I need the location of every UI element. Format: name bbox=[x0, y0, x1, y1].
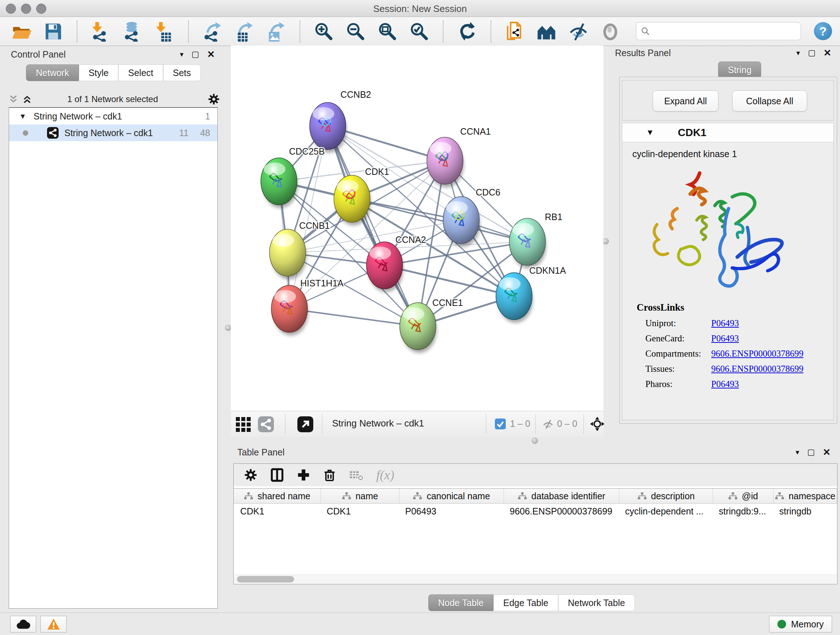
tab-style[interactable]: Style bbox=[79, 65, 118, 81]
column-header-shared-name[interactable]: shared name bbox=[234, 489, 321, 503]
column-header-description[interactable]: description bbox=[619, 489, 713, 503]
collapse-triangle-icon[interactable]: ▼ bbox=[19, 112, 27, 120]
refresh-view-button[interactable] bbox=[456, 21, 477, 42]
network-node[interactable] bbox=[509, 218, 546, 269]
close-panel-icon[interactable]: ✕ bbox=[823, 448, 831, 457]
import-network-database-button[interactable] bbox=[122, 21, 143, 42]
zoom-in-button[interactable] bbox=[313, 21, 334, 42]
grid-view-icon[interactable] bbox=[235, 416, 253, 433]
table-horizontal-scrollbar[interactable] bbox=[234, 575, 837, 584]
zoom-out-button[interactable] bbox=[345, 21, 366, 42]
expand-all-icon[interactable] bbox=[22, 94, 33, 104]
network-view-type-icon[interactable] bbox=[258, 416, 274, 432]
float-panel-icon[interactable]: ▢ bbox=[808, 49, 815, 57]
import-table-file-button[interactable] bbox=[154, 21, 175, 42]
export-table-button[interactable] bbox=[234, 21, 255, 42]
tab-edge-table[interactable]: Edge Table bbox=[493, 594, 558, 611]
network-node[interactable] bbox=[334, 175, 371, 226]
float-panel-icon[interactable]: ▢ bbox=[191, 50, 199, 58]
node-result-header[interactable]: ▼ CDK1 bbox=[622, 123, 834, 142]
column-header-database-identifier[interactable]: database identifier bbox=[504, 489, 619, 503]
tab-network[interactable]: Network bbox=[26, 65, 79, 81]
float-panel-icon[interactable]: ▢ bbox=[807, 448, 815, 456]
search-input[interactable] bbox=[654, 26, 796, 36]
panel-menu-icon[interactable]: ▾ bbox=[796, 49, 800, 57]
table-cell[interactable]: cyclin-dependent ... bbox=[619, 504, 713, 519]
network-node[interactable] bbox=[366, 242, 403, 292]
crosslink-link[interactable]: P06493 bbox=[711, 379, 739, 389]
network-node[interactable] bbox=[443, 196, 480, 247]
network-node[interactable] bbox=[309, 103, 347, 153]
network-node[interactable] bbox=[261, 158, 298, 208]
network-edge[interactable] bbox=[328, 126, 418, 326]
table-cell[interactable]: stringdb:9... bbox=[713, 504, 774, 519]
add-column-icon[interactable] bbox=[297, 468, 310, 482]
warnings-button[interactable] bbox=[41, 616, 66, 632]
memory-button[interactable]: Memory bbox=[769, 616, 832, 632]
network-canvas[interactable]: CCNB2CCNA1CDC25BCDK1CDC6RB1CCNB1CCNA2CDK… bbox=[231, 46, 603, 411]
network-node[interactable] bbox=[271, 285, 308, 336]
zoom-selected-button[interactable] bbox=[409, 21, 430, 42]
tab-node-table[interactable]: Node Table bbox=[428, 594, 493, 611]
horizontal-splitter-handle[interactable] bbox=[532, 438, 538, 444]
column-header-canonical-name[interactable]: canonical name bbox=[399, 489, 504, 503]
save-session-button[interactable] bbox=[43, 21, 64, 42]
fit-selected-crosshair-icon[interactable] bbox=[590, 416, 605, 432]
left-splitter-handle[interactable] bbox=[225, 325, 231, 331]
table-cell[interactable]: CDK1 bbox=[234, 504, 321, 519]
column-header-name[interactable]: name bbox=[321, 489, 399, 503]
hide-selected-button[interactable] bbox=[568, 21, 589, 42]
tab-network-table[interactable]: Network Table bbox=[558, 594, 635, 611]
network-edge[interactable] bbox=[385, 265, 514, 296]
gear-icon[interactable] bbox=[208, 93, 220, 105]
table-cell[interactable]: CDK1 bbox=[321, 504, 399, 519]
table-cell[interactable]: P06493 bbox=[399, 504, 504, 519]
tab-string[interactable]: String bbox=[718, 62, 761, 78]
column-header-namespace[interactable]: namespace bbox=[774, 489, 837, 503]
network-collection-row[interactable]: ▼ String Network – cdk1 1 bbox=[9, 108, 218, 125]
first-neighbors-button[interactable] bbox=[536, 21, 557, 42]
collapse-triangle-icon[interactable]: ▼ bbox=[646, 128, 654, 137]
table-settings-gear-icon[interactable] bbox=[244, 468, 257, 482]
crosslink-link[interactable]: 9606.ENSP00000378699 bbox=[711, 364, 804, 374]
cloud-status-button[interactable] bbox=[10, 616, 36, 632]
detach-view-icon[interactable] bbox=[297, 416, 313, 432]
scrollbar-thumb[interactable] bbox=[237, 576, 294, 583]
collapse-all-button[interactable]: Collapse All bbox=[732, 90, 807, 111]
tab-select[interactable]: Select bbox=[118, 65, 163, 81]
export-image-button[interactable] bbox=[265, 21, 286, 42]
network-node[interactable] bbox=[496, 272, 533, 323]
network-node[interactable] bbox=[400, 302, 437, 353]
import-network-file-button[interactable] bbox=[90, 21, 111, 42]
zoom-fit-button[interactable] bbox=[377, 21, 398, 42]
collapse-all-icon[interactable] bbox=[8, 94, 19, 104]
help-button[interactable]: ? bbox=[814, 22, 832, 40]
table-row[interactable]: CDK1CDK1P064939606.ENSP00000378699cyclin… bbox=[234, 504, 837, 519]
column-header-label: description bbox=[651, 491, 695, 501]
table-cell[interactable]: 9606.ENSP00000378699 bbox=[504, 504, 619, 519]
open-session-button[interactable] bbox=[11, 21, 32, 42]
show-columns-icon[interactable] bbox=[270, 468, 284, 482]
network-edge[interactable] bbox=[289, 309, 418, 326]
crosslink-link[interactable]: P06493 bbox=[711, 333, 739, 344]
search-box[interactable] bbox=[636, 22, 801, 40]
new-network-from-selection-button[interactable] bbox=[504, 21, 525, 42]
network-node[interactable] bbox=[427, 137, 464, 187]
close-panel-icon[interactable]: ✕ bbox=[207, 50, 215, 59]
show-all-button[interactable] bbox=[600, 21, 621, 42]
panel-menu-icon[interactable]: ▾ bbox=[796, 448, 799, 456]
network-item-row[interactable]: String Network – cdk1 11 48 bbox=[9, 125, 218, 141]
column-tree-icon bbox=[244, 492, 253, 500]
network-node[interactable] bbox=[270, 229, 306, 279]
crosslink-link[interactable]: P06493 bbox=[711, 318, 739, 328]
close-panel-icon[interactable]: ✕ bbox=[823, 48, 831, 57]
delete-column-trash-icon[interactable] bbox=[323, 468, 336, 482]
column-header--id[interactable]: @id bbox=[713, 489, 774, 503]
export-network-button[interactable] bbox=[202, 21, 223, 42]
tab-sets[interactable]: Sets bbox=[163, 65, 201, 81]
panel-menu-icon[interactable]: ▾ bbox=[180, 51, 183, 58]
crosslink-link[interactable]: 9606.ENSP00000378699 bbox=[711, 348, 804, 359]
expand-all-button[interactable]: Expand All bbox=[653, 90, 718, 111]
table-cell[interactable]: stringdb bbox=[774, 504, 837, 519]
selected-checkbox-icon[interactable] bbox=[495, 418, 506, 429]
